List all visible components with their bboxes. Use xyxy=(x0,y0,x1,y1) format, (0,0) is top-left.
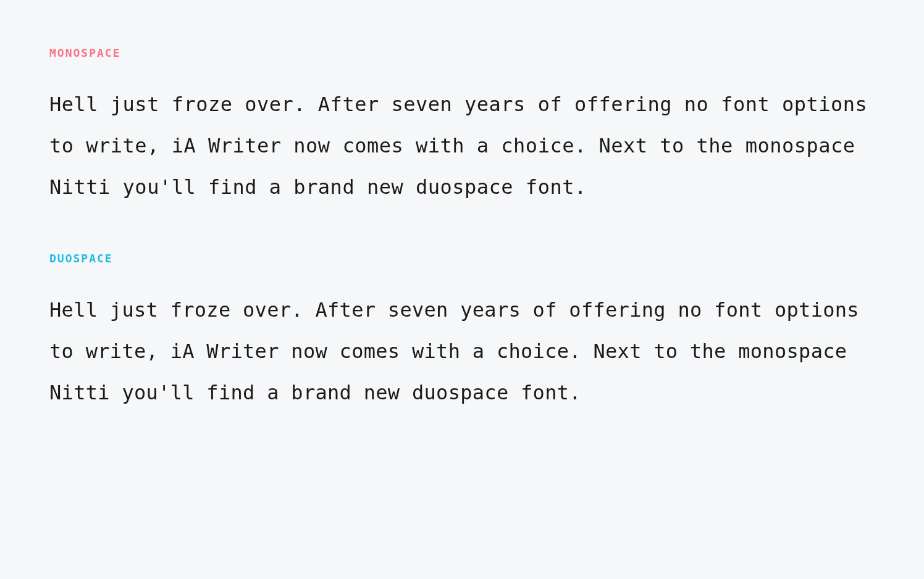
duospace-section: DUOSPACE Hell just froze over. After sev… xyxy=(49,252,875,414)
monospace-label: MONOSPACE xyxy=(49,46,875,59)
monospace-body-text: Hell just froze over. After seven years … xyxy=(49,84,875,209)
duospace-label: DUOSPACE xyxy=(49,252,875,265)
monospace-section: MONOSPACE Hell just froze over. After se… xyxy=(49,46,875,209)
duospace-body-text: Hell just froze over. After seven years … xyxy=(49,290,875,414)
